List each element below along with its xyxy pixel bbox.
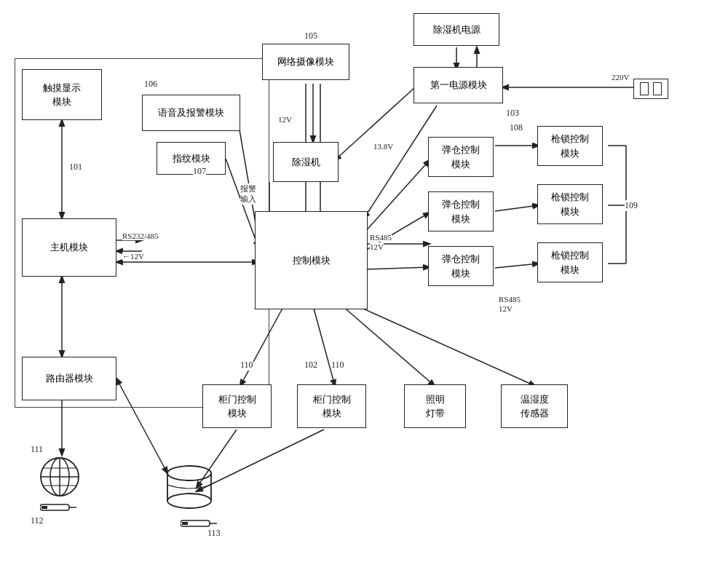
fingerprint-label: 指纹模块 [173, 151, 210, 166]
dehumidifier-box: 除湿机 [273, 142, 339, 182]
label-rs232: RS232/485 [122, 231, 159, 240]
power1-label: 第一电源模块 [430, 78, 487, 92]
svg-line-25 [342, 306, 435, 386]
label-12v-a: ←12V [122, 252, 144, 261]
gun-lock1-box: 枪锁控制模块 [537, 126, 603, 166]
bullet1-label: 弹仓控制模块 [442, 143, 480, 171]
label-110b: 110 [331, 360, 344, 371]
svg-line-15 [364, 267, 430, 269]
lighting-label: 照明灯带 [426, 392, 445, 421]
svg-line-10 [364, 106, 437, 218]
network-camera-box: 网络摄像模块 [262, 44, 349, 80]
label-12v-c: 12V [499, 304, 513, 313]
temp-humidity-label: 温湿度传感器 [521, 392, 549, 421]
label-107: 107 [193, 166, 206, 177]
network-camera-label: 网络摄像模块 [277, 55, 334, 69]
label-102: 102 [304, 360, 317, 371]
cabinet-ctrl1-box: 柜门控制模块 [202, 384, 272, 428]
label-112: 112 [31, 515, 44, 526]
outlet-hole1 [640, 82, 649, 95]
gun-lock2-label: 枪锁控制模块 [551, 190, 589, 218]
dehumidifier-power-box: 除湿机电源 [414, 13, 499, 46]
svg-line-13 [364, 160, 430, 233]
gun-lock1-label: 枪锁控制模块 [551, 132, 589, 160]
voice-alarm-box: 语音及报警模块 [142, 95, 240, 131]
svg-point-44 [167, 466, 211, 480]
label-105: 105 [304, 31, 317, 41]
host-label: 主机模块 [50, 240, 88, 255]
cabinet-ctrl2-label: 柜门控制模块 [313, 392, 351, 421]
cabinet-ctrl1-label: 柜门控制模块 [218, 392, 256, 421]
label-220v: 220V [612, 73, 629, 82]
label-13v8: 13.8V [373, 142, 393, 151]
label-111: 111 [31, 444, 43, 455]
lighting-box: 照明灯带 [404, 384, 466, 428]
label-106: 106 [144, 79, 157, 90]
label-12v-cam: 12V [278, 115, 292, 124]
bullet3-label: 弹仓控制模块 [442, 252, 480, 280]
svg-line-26 [357, 306, 535, 386]
host-box: 主机模块 [22, 218, 116, 277]
svg-line-17 [495, 205, 539, 211]
globe-icon [38, 455, 82, 499]
fingerprint-box: 指纹模块 [157, 142, 226, 175]
label-103: 103 [506, 108, 519, 119]
dehumidifier-label: 除湿机 [292, 155, 320, 170]
svg-line-18 [495, 264, 539, 268]
outlet-hole2 [653, 82, 662, 95]
gun-lock3-label: 枪锁控制模块 [551, 248, 589, 277]
bullet3-box: 弹仓控制模块 [428, 246, 494, 286]
control-box: 控制模块 [255, 211, 368, 309]
temp-humidity-box: 温湿度传感器 [501, 384, 568, 428]
label-rs485-a: RS485 [370, 233, 392, 242]
svg-point-47 [167, 494, 211, 508]
label-108: 108 [510, 122, 523, 133]
router-box: 路由器模块 [22, 357, 116, 400]
bullet2-box: 弹仓控制模块 [428, 191, 494, 231]
touch-display-box: 触摸显示模块 [22, 69, 102, 120]
gun-lock3-box: 枪锁控制模块 [537, 242, 603, 282]
dehumidifier-power-label: 除湿机电源 [433, 23, 480, 37]
svg-line-29 [116, 379, 167, 473]
label-113: 113 [207, 528, 221, 539]
router-label: 路由器模块 [46, 371, 93, 386]
label-110a: 110 [240, 360, 253, 371]
bullet1-box: 弹仓控制模块 [428, 137, 494, 177]
control-label: 控制模块 [293, 253, 331, 268]
bullet2-label: 弹仓控制模块 [442, 197, 480, 226]
voice-alarm-label: 语音及报警模块 [158, 106, 224, 120]
power-outlet [633, 79, 668, 99]
gun-lock2-box: 枪锁控制模块 [537, 184, 603, 224]
svg-line-23 [240, 306, 284, 386]
diagram: 触摸显示模块 主机模块 路由器模块 语音及报警模块 指纹模块 网络摄像模块 除湿… [0, 0, 728, 570]
power1-box: 第一电源模块 [414, 67, 503, 103]
touch-display-label: 触摸显示模块 [43, 81, 81, 109]
label-12v-b: 12V [370, 242, 384, 251]
label-109: 109 [625, 200, 638, 211]
label-alarm-input: 报警输入 [240, 183, 256, 205]
database-icon [164, 464, 215, 512]
cabinet-ctrl2-box: 柜门控制模块 [297, 384, 366, 428]
label-rs485-b: RS485 [499, 295, 521, 304]
svg-line-24 [313, 306, 335, 386]
label-101: 101 [69, 162, 82, 173]
